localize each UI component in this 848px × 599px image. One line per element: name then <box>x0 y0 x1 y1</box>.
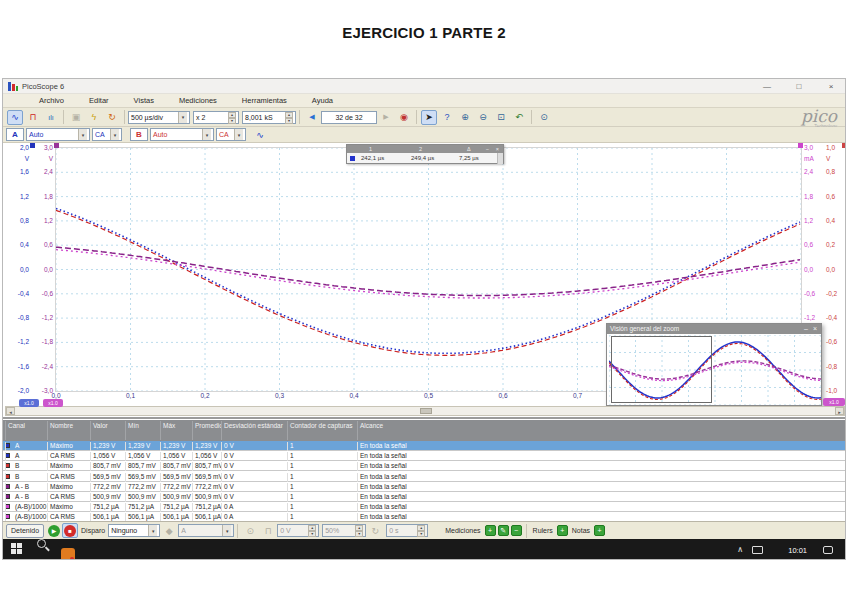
rulers-button[interactable]: + <box>557 525 568 536</box>
tray-network-icon[interactable] <box>752 546 763 554</box>
table-cell: A <box>5 452 47 461</box>
trigger-threshold-stepper[interactable]: 0 V ▴▾ <box>277 524 319 537</box>
channel-a-range-select[interactable]: Auto ▾ <box>26 128 90 141</box>
zoom-full-button[interactable]: ⊙ <box>536 110 552 125</box>
menu-item-vistas[interactable]: Vistas <box>126 96 162 105</box>
menu-item-herramientas[interactable]: Herramientas <box>234 96 295 105</box>
start-button-icon[interactable] <box>11 543 23 555</box>
overview-minimize-icon[interactable]: ‒ <box>804 324 808 334</box>
channel-a-coupling-value: CA <box>95 131 105 138</box>
table-cell: 500,9 mV <box>125 493 160 502</box>
scrollbar-thumb[interactable] <box>420 408 432 414</box>
help-pointer-button[interactable]: ? <box>439 110 455 125</box>
stop-capture-button[interactable]: ■ <box>62 523 78 538</box>
axis-scale-chip[interactable]: x1.0 <box>43 399 63 407</box>
awg-button[interactable]: ϟ <box>86 110 102 125</box>
persistence-button[interactable]: ⊓ <box>25 110 41 125</box>
legend-close-icon[interactable]: × <box>496 146 499 152</box>
minimize-button[interactable]: — <box>759 80 775 93</box>
table-cell: 1,239 V <box>192 442 221 451</box>
spectrum-button[interactable]: ılı <box>43 110 59 125</box>
legend-minimize-icon[interactable]: − <box>486 146 489 152</box>
table-row[interactable]: ACA RMS1,056 V1,056 V1,056 V1,056 V0 V1E… <box>3 451 846 461</box>
menu-item-archivo[interactable]: Archivo <box>31 96 72 105</box>
scroll-left-icon[interactable]: ◂ <box>6 407 15 415</box>
table-row[interactable]: A - BMáximo772,2 mV772,2 mV772,2 mV772,2… <box>3 482 846 492</box>
start-capture-button[interactable]: ▶ <box>46 523 62 538</box>
horizontal-scrollbar[interactable]: ◂ ▸ <box>5 406 845 416</box>
falling-edge-button[interactable]: ⊓ <box>260 523 276 538</box>
taskbar-app-orange-icon[interactable] <box>61 548 75 560</box>
table-row[interactable]: BCA RMS569,5 mV569,5 mV569,5 mV569,5 mV0… <box>3 472 846 482</box>
spin-down-icon[interactable]: ▾ <box>285 118 293 124</box>
x-tick: 0,7 <box>567 392 589 399</box>
zoom-factor-stepper[interactable]: x 2 ▴▾ <box>193 111 239 124</box>
undo-zoom-button[interactable]: ↶ <box>511 110 527 125</box>
table-cell: 751,2 µA <box>125 503 160 512</box>
pointer-tool-button[interactable]: ➤ <box>421 110 437 125</box>
channel-a-coupling-select[interactable]: CA ▾ <box>92 128 122 141</box>
axis-scale-chip[interactable]: x1.0 <box>823 398 845 406</box>
refresh-button[interactable]: ↻ <box>104 110 120 125</box>
notes-button[interactable]: + <box>594 525 605 536</box>
overview-close-icon[interactable]: × <box>813 324 817 334</box>
toolbar-separator <box>531 110 532 124</box>
y-tick: -1,0 <box>826 387 846 395</box>
scope-view-button[interactable]: ∿ <box>7 110 23 125</box>
trigger-source-select[interactable]: A ▾ <box>178 524 234 537</box>
rapid-trigger-button[interactable]: ↻ <box>367 523 383 538</box>
copy-button[interactable]: ▣ <box>68 110 84 125</box>
close-button[interactable]: × <box>823 80 839 93</box>
search-icon[interactable] <box>37 539 46 548</box>
trigger-marker-button[interactable]: ◆ <box>161 523 177 538</box>
ruler-legend[interactable]: − × 12Δ 242,1 µs249,4 µs7,25 µs <box>346 144 504 164</box>
delete-measurement-button[interactable]: − <box>511 525 522 536</box>
ruler-checkbox[interactable] <box>350 156 355 161</box>
zoom-window-button[interactable]: ⊡ <box>493 110 509 125</box>
channel-b-button[interactable]: B <box>130 128 148 141</box>
overview-selection-rect[interactable] <box>611 336 712 403</box>
table-cell: 1 <box>287 452 357 461</box>
menu-item-editar[interactable]: Editar <box>81 96 117 105</box>
scroll-right-icon[interactable]: ▸ <box>835 407 844 415</box>
table-row[interactable]: A - BCA RMS500,9 mV500,9 mV500,9 mV500,9… <box>3 492 846 502</box>
y-tick: -0,6 <box>804 290 824 298</box>
channel-b-coupling-select[interactable]: CA ▾ <box>216 128 246 141</box>
table-row[interactable]: (A-B)/1000Máximo751,2 µA751,2 µA751,2 µA… <box>3 502 846 512</box>
add-measurement-button[interactable]: + <box>485 525 496 536</box>
channel-b-range-select[interactable]: Auto ▾ <box>150 128 214 141</box>
table-row[interactable]: BMáximo805,7 mV805,7 mV805,7 mV805,7 mV0… <box>3 461 846 471</box>
rising-edge-button[interactable]: ⊙ <box>242 523 258 538</box>
channel-b-range-value: Auto <box>153 131 167 138</box>
table-header-8: Alcance <box>357 421 845 440</box>
trigger-delay-stepper[interactable]: 0 s ▴▾ <box>386 524 428 537</box>
stopped-button[interactable]: Detenido <box>6 524 44 538</box>
trigger-mode-select[interactable]: Ninguno ▾ <box>108 524 160 537</box>
axis-scale-chip[interactable]: x1.0 <box>19 399 39 407</box>
menu-item-mediciones[interactable]: Mediciones <box>171 96 225 105</box>
buffer-position-field[interactable]: 32 de 32 <box>321 111 377 124</box>
tray-chevron-icon[interactable]: ∧ <box>737 545 743 554</box>
channel-a-button[interactable]: A <box>6 128 24 141</box>
next-buffer-button[interactable]: ▶ <box>378 110 394 125</box>
prev-buffer-button[interactable]: ◀ <box>304 110 320 125</box>
pretrigger-stepper[interactable]: 50% ▴▾ <box>322 524 366 537</box>
zoom-in-button[interactable]: ⊕ <box>457 110 473 125</box>
zoom-overview-window[interactable]: Visión general del zoom ‒ × <box>606 323 822 406</box>
y-tick: -0,4 <box>826 314 846 322</box>
edit-measurement-button[interactable]: ✎ <box>498 525 509 536</box>
chevron-down-icon: ▾ <box>78 129 87 140</box>
zoom-out-button[interactable]: ⊖ <box>475 110 491 125</box>
maximize-button[interactable]: □ <box>791 80 807 93</box>
samples-stepper[interactable]: 8,001 kS ▴▾ <box>242 111 296 124</box>
table-row[interactable]: AMáximo1,239 V1,239 V1,239 V1,239 V0 V1E… <box>3 441 846 451</box>
chevron-down-icon: ▾ <box>202 129 211 140</box>
spin-down-icon[interactable]: ▾ <box>228 118 236 124</box>
y-tick: 0,2 <box>826 241 846 249</box>
buffer-overview-button[interactable]: ◉ <box>396 110 412 125</box>
math-channels-button[interactable]: ∿ <box>252 127 268 142</box>
notifications-icon[interactable] <box>823 546 833 554</box>
timebase-select[interactable]: 500 µs/div ▾ <box>128 111 190 124</box>
menu-item-ayuda[interactable]: Ayuda <box>304 96 341 105</box>
legend-scroll-strip[interactable] <box>497 153 503 164</box>
